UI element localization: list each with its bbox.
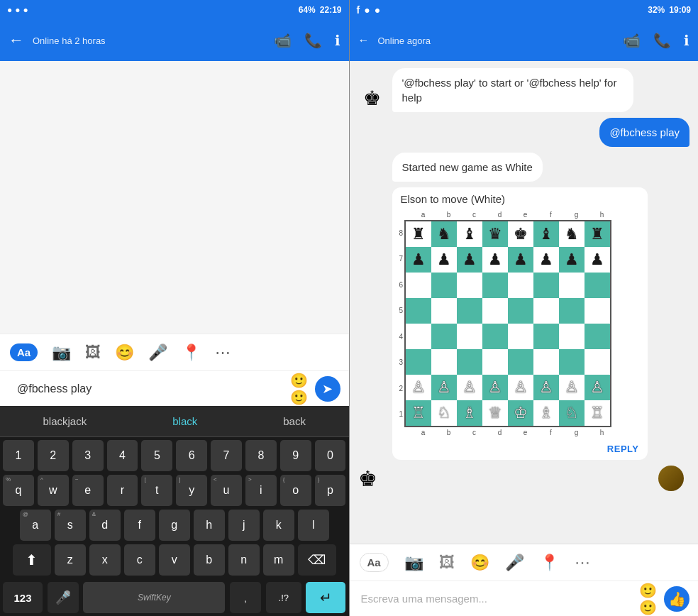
cell-6-5[interactable] [533, 273, 559, 298]
cell-5-1[interactable] [431, 298, 457, 324]
key-o[interactable]: {o [280, 475, 311, 506]
message-input-left[interactable]: @fbchess play [9, 377, 283, 401]
key-s[interactable]: #s [55, 510, 86, 541]
key-1[interactable]: 1 [3, 440, 34, 471]
cell-5-2[interactable] [457, 298, 482, 324]
cell-5-3[interactable] [482, 298, 508, 324]
phone-icon-right[interactable]: 📞 [653, 32, 671, 49]
key-d[interactable]: &d [89, 510, 121, 541]
emoji-grid-left[interactable]: 🙂🙂 [290, 372, 308, 406]
reply-button[interactable]: REPLY [607, 444, 639, 454]
cell-2-0[interactable]: ♙ [406, 375, 431, 400]
cell-1-5[interactable]: ♗ [533, 400, 559, 426]
back-button-left[interactable]: ← [9, 31, 24, 50]
cell-6-3[interactable] [482, 273, 508, 298]
cell-4-7[interactable] [585, 324, 610, 349]
cell-3-7[interactable] [585, 349, 610, 375]
backspace-key[interactable]: ⌫ [298, 544, 336, 576]
cell-1-1[interactable]: ♘ [431, 400, 457, 426]
cell-1-7[interactable]: ♖ [585, 400, 610, 426]
cell-8-3[interactable]: ♛ [482, 221, 508, 247]
key-y[interactable]: ]y [176, 475, 207, 506]
mic-icon-left[interactable]: 🎤 [148, 343, 167, 362]
key-3[interactable]: 3 [72, 440, 104, 471]
comma-key[interactable]: , [230, 582, 261, 613]
cell-5-6[interactable] [559, 298, 585, 324]
key-l[interactable]: l [298, 510, 329, 541]
video-call-icon[interactable]: 📹 [274, 32, 292, 49]
info-icon[interactable]: ℹ [335, 32, 340, 49]
cell-2-1[interactable]: ♙ [431, 375, 457, 400]
key-k[interactable]: k [263, 510, 294, 541]
key-mic[interactable]: 🎤 [48, 582, 79, 613]
key-5[interactable]: 5 [141, 440, 172, 471]
key-j[interactable]: j [228, 510, 260, 541]
cell-7-2[interactable]: ♟ [457, 247, 482, 273]
cell-5-5[interactable] [533, 298, 559, 324]
cell-8-4[interactable]: ♚ [508, 221, 533, 247]
cell-2-3[interactable]: ♙ [482, 375, 508, 400]
cell-4-0[interactable] [406, 324, 431, 349]
cell-8-1[interactable]: ♞ [431, 221, 457, 247]
cell-7-0[interactable]: ♟ [406, 247, 431, 273]
shift-key[interactable]: ⬆ [13, 544, 51, 576]
cell-7-7[interactable]: ♟ [585, 247, 610, 273]
cell-2-6[interactable]: ♙ [559, 375, 585, 400]
video-icon-right[interactable]: 📹 [623, 32, 641, 49]
key-a[interactable]: @a [20, 510, 51, 541]
key-9[interactable]: 9 [280, 440, 311, 471]
cell-6-7[interactable] [585, 273, 610, 298]
cell-1-3[interactable]: ♕ [482, 400, 508, 426]
cell-2-7[interactable]: ♙ [585, 375, 610, 400]
cell-7-3[interactable]: ♟ [482, 247, 508, 273]
cell-8-5[interactable]: ♝ [533, 221, 559, 247]
cell-6-4[interactable] [508, 273, 533, 298]
cell-5-0[interactable] [406, 298, 431, 324]
cell-7-6[interactable]: ♟ [559, 247, 585, 273]
cell-4-6[interactable] [559, 324, 585, 349]
cell-7-5[interactable]: ♟ [533, 247, 559, 273]
cell-2-5[interactable]: ♙ [533, 375, 559, 400]
location-icon-left[interactable]: 📍 [182, 343, 201, 362]
cell-4-3[interactable] [482, 324, 508, 349]
send-button-left[interactable]: ➤ [315, 376, 340, 402]
cell-3-6[interactable] [559, 349, 585, 375]
thumb-button[interactable]: 👍 [664, 586, 689, 612]
cell-7-4[interactable]: ♟ [508, 247, 533, 273]
key-2[interactable]: 2 [38, 440, 69, 471]
cell-7-1[interactable]: ♟ [431, 247, 457, 273]
cell-3-5[interactable] [533, 349, 559, 375]
key-c[interactable]: c [124, 544, 155, 576]
cell-4-5[interactable] [533, 324, 559, 349]
cell-1-6[interactable]: ♘ [559, 400, 585, 426]
cell-3-1[interactable] [431, 349, 457, 375]
key-w[interactable]: ^w [38, 475, 69, 506]
camera-icon-right[interactable]: 📷 [404, 554, 423, 572]
key-n[interactable]: n [228, 544, 260, 576]
emoji-icon-right[interactable]: 😊 [470, 554, 489, 572]
image-icon-right[interactable]: 🖼 [439, 554, 455, 572]
key-e[interactable]: ~e [72, 475, 104, 506]
cell-6-2[interactable] [457, 273, 482, 298]
key-v[interactable]: v [159, 544, 190, 576]
cell-8-7[interactable]: ♜ [585, 221, 610, 247]
key-f[interactable]: f [124, 510, 155, 541]
emoji-grid-right[interactable]: 🙂🙂 [639, 582, 657, 616]
cell-3-0[interactable] [406, 349, 431, 375]
autocomplete-word-1[interactable]: blackjack [29, 415, 101, 427]
aa-button-right[interactable]: Aa [360, 553, 389, 572]
key-g[interactable]: g [159, 510, 190, 541]
cell-8-6[interactable]: ♞ [559, 221, 585, 247]
cell-5-7[interactable] [585, 298, 610, 324]
chess-board[interactable]: ♜♞♝♛♚♝♞♜♟♟♟♟♟♟♟♟♙♙♙♙♙♙♙♙♖♘♗♕♔♗♘♖ [404, 220, 611, 427]
key-123[interactable]: 123 [3, 582, 43, 613]
key-0[interactable]: 0 [315, 440, 346, 471]
dotexcl-key[interactable]: .!? [266, 582, 301, 613]
phone-icon[interactable]: 📞 [304, 32, 322, 49]
cell-8-0[interactable]: ♜ [406, 221, 431, 247]
emoji-icon-left[interactable]: 😊 [115, 343, 134, 362]
key-8[interactable]: 8 [245, 440, 277, 471]
cell-8-2[interactable]: ♝ [457, 221, 482, 247]
message-placeholder[interactable]: Escreva uma mensagem... [358, 593, 633, 605]
enter-key[interactable]: ↵ [306, 582, 345, 613]
